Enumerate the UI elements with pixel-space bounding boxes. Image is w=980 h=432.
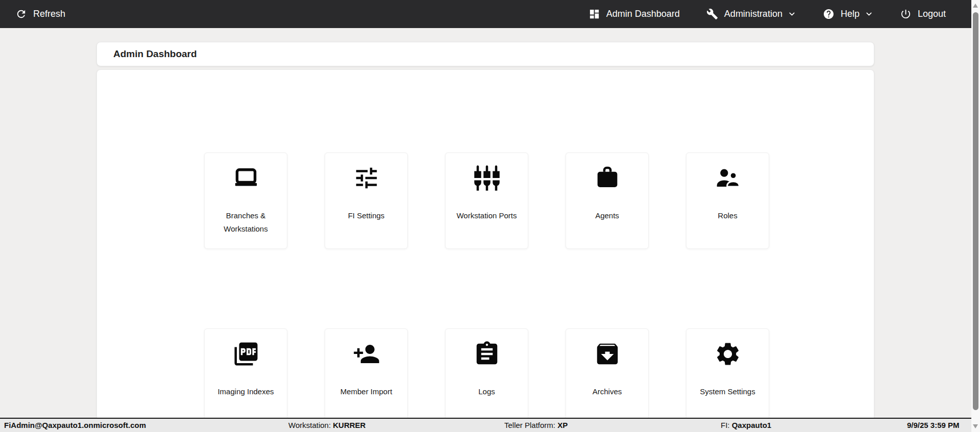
- status-workstation: Workstation: KURRER: [288, 421, 365, 429]
- nav-help-menu[interactable]: Help: [823, 8, 873, 20]
- tile-roles[interactable]: Roles: [686, 153, 769, 249]
- status-fi: FI: Qaxpauto1: [721, 421, 771, 429]
- briefcase-icon: [594, 164, 621, 192]
- status-teller-platform: Teller Platform: XP: [504, 421, 568, 429]
- dashboard-content-card: Branches & Workstations FI Settings Work…: [96, 69, 874, 421]
- laptop-icon: [232, 164, 260, 192]
- help-icon: [823, 8, 835, 20]
- tile-fi-settings[interactable]: FI Settings: [325, 153, 408, 249]
- wrench-icon: [706, 8, 718, 20]
- status-platform-label: Teller Platform:: [504, 421, 557, 429]
- tile-agents[interactable]: Agents: [566, 153, 649, 249]
- navbar-right-group: Admin Dashboard Administration Help Logo…: [589, 8, 946, 20]
- nav-admin-dashboard[interactable]: Admin Dashboard: [589, 8, 680, 20]
- status-platform-value: XP: [557, 421, 568, 429]
- tile-member-import[interactable]: Member Import: [325, 328, 408, 421]
- gear-icon: [714, 340, 742, 368]
- scrollbar-thumb[interactable]: [973, 12, 978, 410]
- tile-label: Workstation Ports: [451, 209, 522, 222]
- clipboard-icon: [473, 340, 501, 368]
- status-fi-label: FI:: [721, 421, 732, 429]
- dashboard-icon: [589, 8, 600, 20]
- status-bar: FiAdmin@Qaxpauto1.onmicrosoft.com Workst…: [0, 418, 980, 432]
- input-component-icon: [473, 164, 501, 192]
- pdf-document-icon: [232, 340, 260, 368]
- tile-logs[interactable]: Logs: [445, 328, 528, 421]
- tile-workstation-ports[interactable]: Workstation Ports: [445, 153, 528, 249]
- tile-archives[interactable]: Archives: [566, 328, 649, 421]
- vertical-scrollbar[interactable]: [971, 0, 980, 432]
- tile-label: Agents: [590, 209, 624, 222]
- logout-button[interactable]: Logout: [900, 8, 946, 20]
- chevron-down-icon: [865, 10, 873, 18]
- tile-label: FI Settings: [343, 209, 390, 222]
- tile-system-settings[interactable]: System Settings: [686, 328, 769, 421]
- refresh-label: Refresh: [33, 9, 65, 19]
- refresh-button[interactable]: Refresh: [15, 8, 65, 20]
- tile-label: System Settings: [695, 385, 760, 398]
- nav-administration-menu[interactable]: Administration: [706, 8, 796, 20]
- person-add-icon: [353, 340, 380, 368]
- status-workstation-label: Workstation:: [288, 421, 333, 429]
- nav-administration-label: Administration: [724, 9, 782, 19]
- scroll-up-arrow-icon[interactable]: [973, 4, 978, 8]
- tile-label: Branches & Workstations: [205, 209, 287, 236]
- tile-label: Roles: [713, 209, 742, 222]
- refresh-icon: [15, 8, 27, 20]
- tile-branches-workstations[interactable]: Branches & Workstations: [204, 153, 287, 249]
- nav-help-label: Help: [841, 9, 860, 19]
- chevron-down-icon: [788, 10, 796, 18]
- top-navbar: Refresh Admin Dashboard Administration H…: [0, 0, 971, 28]
- status-user: FiAdmin@Qaxpauto1.onmicrosoft.com: [4, 421, 146, 429]
- page-title-card: Admin Dashboard: [96, 42, 874, 66]
- page-title: Admin Dashboard: [113, 48, 197, 60]
- archive-icon: [594, 340, 621, 368]
- nav-admin-dashboard-label: Admin Dashboard: [606, 9, 680, 19]
- logout-label: Logout: [918, 9, 946, 19]
- tile-label: Archives: [587, 385, 627, 398]
- power-icon: [900, 8, 912, 20]
- tile-label: Imaging Indexes: [212, 385, 279, 398]
- people-icon: [714, 164, 742, 192]
- scroll-down-arrow-icon[interactable]: [973, 424, 978, 428]
- tile-label: Logs: [473, 385, 500, 398]
- tile-label: Member Import: [335, 385, 398, 398]
- status-fi-value: Qaxpauto1: [732, 421, 772, 429]
- tile-grid: Branches & Workstations FI Settings Work…: [204, 153, 769, 421]
- status-workstation-value: KURRER: [333, 421, 365, 429]
- tile-imaging-indexes[interactable]: Imaging Indexes: [204, 328, 287, 421]
- status-timestamp: 9/9/25 3:59 PM: [907, 421, 960, 429]
- tune-sliders-icon: [353, 164, 380, 192]
